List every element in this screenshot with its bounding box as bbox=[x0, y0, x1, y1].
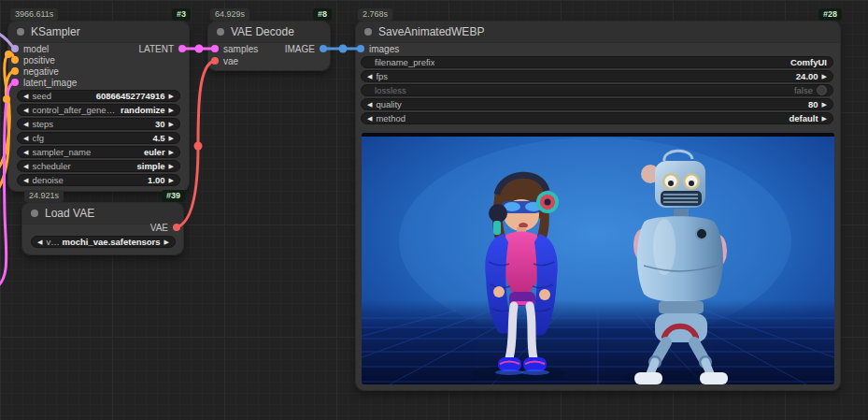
positive-slot-dot-icon[interactable] bbox=[11, 56, 19, 64]
widget-label: denoise bbox=[32, 175, 63, 185]
decrement-arrow-icon[interactable]: ◀ bbox=[23, 160, 28, 172]
input-slot-images[interactable]: images bbox=[357, 43, 399, 54]
node-title: KSampler bbox=[31, 25, 80, 38]
model-slot-dot-icon[interactable] bbox=[11, 45, 19, 52]
decrement-arrow-icon[interactable]: ◀ bbox=[23, 146, 28, 158]
increment-arrow-icon[interactable]: ▶ bbox=[169, 174, 174, 186]
node-status-dot bbox=[217, 28, 224, 36]
boolean-toggle-icon[interactable] bbox=[817, 85, 827, 95]
node-id-badge: #8 bbox=[313, 8, 332, 21]
widget-filename-prefix[interactable]: filename_prefix ComfyUI bbox=[361, 56, 833, 68]
decrement-arrow-icon[interactable]: ◀ bbox=[23, 118, 28, 130]
link-midpoint-dot[interactable] bbox=[195, 45, 204, 53]
increment-arrow-icon[interactable]: ▶ bbox=[164, 236, 169, 248]
node-vae-decode[interactable]: 64.929s #8 VAE Decode samples vae IMAGE bbox=[208, 22, 330, 70]
widget-label: control_after_generate bbox=[32, 105, 117, 115]
image-output-dot-icon[interactable] bbox=[320, 45, 327, 52]
node-title-bar[interactable]: KSampler bbox=[8, 22, 189, 43]
widget-fps[interactable]: ◀ fps 24.00 ▶ bbox=[361, 70, 833, 82]
node-title-bar[interactable]: VAE Decode bbox=[208, 22, 330, 43]
node-id-badge: #3 bbox=[172, 8, 191, 21]
increment-arrow-icon[interactable]: ▶ bbox=[169, 90, 174, 102]
increment-arrow-icon[interactable]: ▶ bbox=[822, 98, 827, 110]
widget-label: seed bbox=[32, 91, 51, 101]
input-slot-negative[interactable]: negative bbox=[11, 65, 59, 77]
widget-value: ComfyUI bbox=[790, 57, 827, 67]
widget-method[interactable]: ◀ method default ▶ bbox=[361, 112, 833, 124]
decrement-arrow-icon[interactable]: ◀ bbox=[23, 132, 28, 144]
node-status-dot bbox=[31, 210, 38, 217]
latent-output-dot-icon[interactable] bbox=[178, 45, 186, 52]
widget-control-after-generate[interactable]: ◀ control_after_generate randomize ▶ bbox=[17, 104, 180, 116]
slot-label: model bbox=[23, 44, 49, 54]
widget-vae-name[interactable]: ◀ vae_name mochi_vae.safetensors ▶ bbox=[31, 236, 176, 248]
slot-label: IMAGE bbox=[285, 44, 315, 54]
node-load-vae[interactable]: 24.921s #39 Load VAE VAE ◀ vae_name moch… bbox=[22, 203, 183, 254]
widget-quality[interactable]: ◀ quality 80 ▶ bbox=[361, 98, 833, 110]
node-id-badge: #28 bbox=[818, 8, 842, 21]
widget-lossless[interactable]: lossless false bbox=[361, 84, 833, 96]
vae-output-dot-icon[interactable] bbox=[173, 224, 180, 231]
decrement-arrow-icon[interactable]: ◀ bbox=[23, 104, 28, 116]
decrement-arrow-icon[interactable]: ◀ bbox=[23, 174, 28, 186]
widget-steps[interactable]: ◀ steps 30 ▶ bbox=[17, 118, 180, 130]
decrement-arrow-icon[interactable]: ◀ bbox=[367, 98, 372, 110]
node-title: VAE Decode bbox=[231, 25, 294, 38]
widget-value: randomize bbox=[121, 105, 165, 115]
widget-label: sampler_name bbox=[32, 147, 91, 157]
node-title-bar[interactable]: SaveAnimatedWEBP bbox=[356, 22, 840, 43]
slot-label: images bbox=[369, 44, 399, 54]
increment-arrow-icon[interactable]: ▶ bbox=[169, 104, 174, 116]
increment-arrow-icon[interactable]: ▶ bbox=[822, 112, 827, 124]
increment-arrow-icon[interactable]: ▶ bbox=[169, 118, 174, 130]
slot-label: vae bbox=[223, 56, 238, 66]
widget-label: steps bbox=[32, 119, 53, 129]
widget-cfg[interactable]: ◀ cfg 4.5 ▶ bbox=[17, 132, 180, 144]
output-slot-image[interactable]: IMAGE bbox=[285, 43, 327, 54]
widget-sampler-name[interactable]: ◀ sampler_name euler ▶ bbox=[17, 146, 180, 158]
execution-time-badge: 24.921s bbox=[24, 190, 64, 202]
input-slot-samples[interactable]: samples bbox=[211, 43, 258, 54]
increment-arrow-icon[interactable]: ▶ bbox=[169, 132, 174, 144]
slot-label: positive bbox=[23, 55, 55, 65]
output-slot-latent[interactable]: LATENT bbox=[138, 43, 186, 54]
decrement-arrow-icon[interactable]: ◀ bbox=[367, 112, 372, 124]
input-slot-positive[interactable]: positive bbox=[11, 54, 55, 65]
widget-scheduler[interactable]: ◀ scheduler simple ▶ bbox=[17, 160, 180, 172]
preview-render bbox=[362, 133, 834, 384]
output-slot-vae[interactable]: VAE bbox=[150, 222, 180, 233]
input-slot-latent-image[interactable]: latent_image bbox=[11, 77, 77, 88]
widget-value: 80 bbox=[808, 99, 818, 109]
slot-label: VAE bbox=[150, 223, 168, 233]
node-id-badge: #39 bbox=[162, 190, 185, 202]
link-midpoint-dot[interactable] bbox=[194, 142, 203, 151]
node-save-animated-webp[interactable]: 2.768s #28 SaveAnimatedWEBP images filen… bbox=[356, 22, 840, 390]
widget-denoise[interactable]: ◀ denoise 1.00 ▶ bbox=[17, 174, 180, 186]
increment-arrow-icon[interactable]: ▶ bbox=[169, 160, 174, 172]
widget-value: mochi_vae.safetensors bbox=[63, 237, 161, 247]
input-slot-model[interactable]: model bbox=[11, 43, 49, 54]
vae-slot-dot-icon[interactable] bbox=[211, 57, 219, 65]
widget-seed[interactable]: ◀ seed 60866452774916 ▶ bbox=[17, 90, 180, 102]
input-slot-vae[interactable]: vae bbox=[211, 55, 238, 66]
decrement-arrow-icon[interactable]: ◀ bbox=[37, 236, 42, 248]
widget-label: cfg bbox=[32, 133, 44, 143]
widget-label: vae_name bbox=[46, 237, 58, 247]
slot-label: LATENT bbox=[138, 44, 174, 54]
slot-label: latent_image bbox=[23, 78, 77, 88]
widget-value: 1.00 bbox=[148, 175, 165, 185]
latent-image-slot-dot-icon[interactable] bbox=[11, 79, 19, 86]
images-slot-dot-icon[interactable] bbox=[357, 45, 364, 52]
widget-value: simple bbox=[137, 161, 165, 171]
negative-slot-dot-icon[interactable] bbox=[11, 67, 19, 75]
widget-label: quality bbox=[376, 99, 401, 109]
execution-time-badge: 64.929s bbox=[210, 8, 249, 21]
link-midpoint-dot[interactable] bbox=[339, 45, 348, 53]
increment-arrow-icon[interactable]: ▶ bbox=[169, 146, 174, 158]
node-ksampler[interactable]: 3966.611s #3 KSampler model positive neg… bbox=[8, 22, 189, 191]
increment-arrow-icon[interactable]: ▶ bbox=[822, 70, 827, 82]
samples-slot-dot-icon[interactable] bbox=[211, 45, 219, 52]
decrement-arrow-icon[interactable]: ◀ bbox=[23, 90, 28, 102]
decrement-arrow-icon[interactable]: ◀ bbox=[367, 70, 372, 82]
widget-value: false bbox=[794, 85, 813, 95]
